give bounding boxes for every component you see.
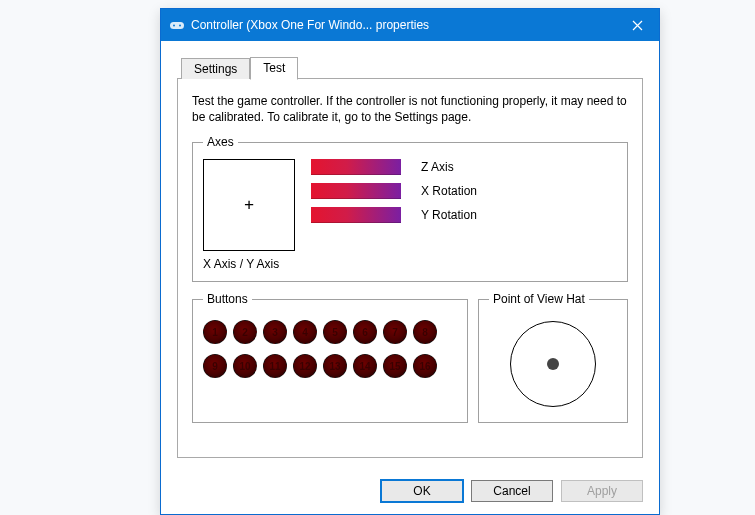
dialog-button-row: OK Cancel Apply [161, 470, 659, 514]
axes-legend: Axes [203, 135, 238, 149]
pov-group: Point of View Hat [478, 292, 628, 423]
controller-button-13: 13 [323, 354, 347, 378]
controller-button-11: 11 [263, 354, 287, 378]
z-axis-bar [311, 159, 401, 175]
controller-button-5: 5 [323, 320, 347, 344]
buttons-group: Buttons 1 2 3 4 5 6 7 8 [192, 292, 468, 423]
controller-button-10: 10 [233, 354, 257, 378]
svg-rect-0 [170, 22, 184, 29]
controller-button-3: 3 [263, 320, 287, 344]
y-rotation-label: Y Rotation [421, 208, 477, 222]
pov-legend: Point of View Hat [489, 292, 589, 306]
controller-button-6: 6 [353, 320, 377, 344]
tab-panel-test: Test the game controller. If the control… [177, 78, 643, 458]
tab-settings-label: Settings [194, 62, 237, 76]
controller-icon [169, 17, 185, 33]
pov-dot-icon [547, 358, 559, 370]
tab-test-label: Test [263, 61, 285, 75]
xy-axis-caption: X Axis / Y Axis [203, 257, 295, 271]
titlebar[interactable]: Controller (Xbox One For Windo... proper… [161, 9, 659, 41]
x-rotation-bar [311, 183, 401, 199]
controller-button-8: 8 [413, 320, 437, 344]
controller-button-12: 12 [293, 354, 317, 378]
close-button[interactable] [615, 9, 659, 41]
controller-button-14: 14 [353, 354, 377, 378]
pov-hat-indicator [510, 321, 596, 407]
properties-dialog: Controller (Xbox One For Windo... proper… [160, 8, 660, 515]
controller-button-16: 16 [413, 354, 437, 378]
xy-axis-indicator: + [203, 159, 295, 251]
controller-button-4: 4 [293, 320, 317, 344]
window-title: Controller (Xbox One For Windo... proper… [191, 18, 615, 32]
apply-button: Apply [561, 480, 643, 502]
tab-test[interactable]: Test [250, 57, 298, 80]
controller-button-15: 15 [383, 354, 407, 378]
x-rotation-label: X Rotation [421, 184, 477, 198]
svg-point-2 [179, 25, 181, 27]
controller-button-7: 7 [383, 320, 407, 344]
cancel-button[interactable]: Cancel [471, 480, 553, 502]
buttons-legend: Buttons [203, 292, 252, 306]
y-rotation-bar [311, 207, 401, 223]
crosshair-icon: + [244, 197, 254, 213]
controller-button-2: 2 [233, 320, 257, 344]
controller-button-1: 1 [203, 320, 227, 344]
tab-settings[interactable]: Settings [181, 58, 250, 79]
tab-strip: Settings Test [181, 55, 643, 78]
z-axis-label: Z Axis [421, 160, 454, 174]
controller-button-9: 9 [203, 354, 227, 378]
ok-button[interactable]: OK [381, 480, 463, 502]
client-area: Settings Test Test the game controller. … [161, 41, 659, 470]
axes-group: Axes + X Axis / Y Axis Z Axis [192, 135, 628, 282]
instructions-text: Test the game controller. If the control… [192, 93, 628, 125]
svg-point-1 [173, 25, 175, 27]
